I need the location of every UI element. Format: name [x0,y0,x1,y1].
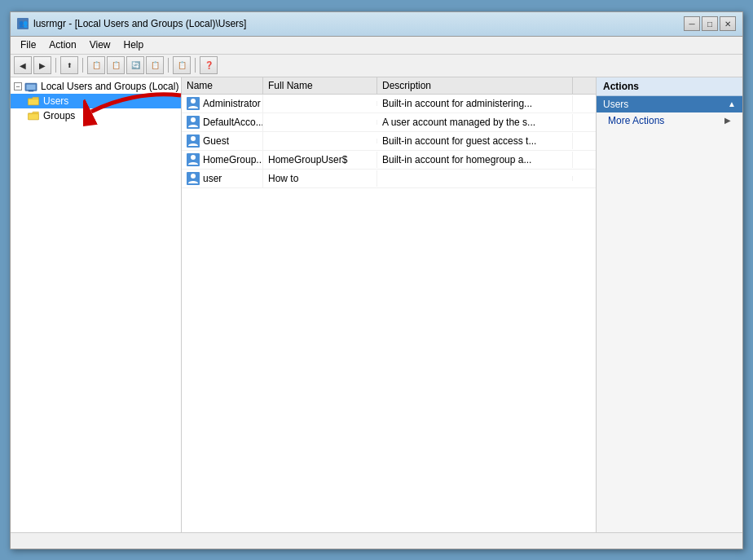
toolbar-show-hide-console[interactable]: 📋 [87,56,105,74]
table-row[interactable]: Guest Built-in account for guest access … [182,132,596,151]
user-icon [187,134,200,148]
col-header-name[interactable]: Name [182,77,263,94]
tree-root-label: Local Users and Groups (Local) [41,81,178,92]
actions-section-users[interactable]: Users ▲ [597,96,742,112]
svg-point-7 [191,99,196,104]
title-bar-left: 👥 lusrmgr - [Local Users and Groups (Loc… [17,18,246,29]
table-row[interactable]: Administrator Built-in account for admin… [182,95,596,113]
computer-icon [24,81,37,92]
user-name-cell: Administrator [182,95,263,112]
more-actions-item[interactable]: More Actions ▶ [597,112,742,129]
svg-rect-2 [26,84,35,89]
user-desc-cell: Built-in account for guest access t... [377,133,573,149]
toolbar-export[interactable]: 📋 [146,56,164,74]
folder-users-icon [27,95,40,107]
user-icon [187,172,200,185]
actions-section-label: Users [603,99,628,110]
menu-view[interactable]: View [83,37,117,52]
folder-groups-icon [27,110,40,121]
user-name-cell: Guest [182,132,263,150]
user-desc-cell: A user account managed by the s... [377,114,573,130]
user-desc-cell: Built-in account for administering... [377,95,573,112]
toolbar-separator-2 [82,58,83,73]
user-name-cell: user [182,170,263,187]
toolbar-back[interactable]: ◀ [14,56,32,74]
tree-expand-root[interactable]: − [14,82,22,90]
user-desc-cell: Built-in account for homegroup a... [377,152,573,168]
tree-root[interactable]: − Local Users and Groups (Local) [11,79,181,94]
user-name-cell: HomeGroup... [182,151,263,169]
user-icon [187,153,200,166]
window-title: lusrmgr - [Local Users and Groups (Local… [33,18,246,29]
table-row[interactable]: DefaultAcco... A user account managed by… [182,113,596,132]
window-controls: ─ □ ✕ [684,16,736,31]
tree-item-users-label: Users [43,95,68,107]
table-row[interactable]: user How to [182,170,596,188]
user-fullname-cell: HomeGroupUser$ [263,152,377,168]
user-fullname-cell: How to [263,170,377,187]
user-icon [187,116,200,129]
tree-item-groups[interactable]: Groups [11,108,181,123]
user-icon [187,97,200,110]
svg-point-9 [191,117,196,122]
col-header-description[interactable]: Description [377,77,573,94]
toolbar-help[interactable]: ❓ [200,56,218,74]
svg-point-11 [191,136,196,141]
svg-point-13 [191,155,196,160]
toolbar-up[interactable]: ⬆ [60,56,78,74]
toolbar-properties[interactable]: 📋 [173,56,191,74]
status-bar [11,532,742,549]
user-list-pane: Name Full Name Description Administrator [182,77,596,532]
user-name-cell: DefaultAcco... [182,113,263,131]
menu-help[interactable]: Help [117,37,151,52]
list-header: Name Full Name Description [182,77,596,95]
window-icon: 👥 [17,18,29,29]
title-bar: 👥 lusrmgr - [Local Users and Groups (Loc… [11,12,742,37]
table-row[interactable]: HomeGroup... HomeGroupUser$ Built-in acc… [182,151,596,170]
user-fullname-cell [263,139,377,143]
main-window: 👥 lusrmgr - [Local Users and Groups (Loc… [10,11,743,549]
user-fullname-cell [263,101,377,106]
actions-header: Actions [597,77,742,96]
maximize-button[interactable]: □ [702,16,718,31]
tree-item-users[interactable]: Users [11,94,181,108]
user-desc-cell [377,176,573,181]
toolbar-separator-3 [168,58,169,73]
svg-rect-4 [29,99,39,104]
menu-bar: File Action View Help [11,37,742,55]
svg-rect-3 [29,90,33,91]
actions-section-arrow: ▲ [728,99,736,108]
menu-file[interactable]: File [14,37,42,52]
toolbar-refresh[interactable]: 🔄 [126,56,144,74]
minimize-button[interactable]: ─ [684,16,700,31]
menu-action[interactable]: Action [42,37,82,52]
content-area: − Local Users and Groups (Local) Users [11,77,742,532]
tree-item-groups-label: Groups [43,110,75,121]
more-actions-label: More Actions [608,115,664,126]
toolbar-separator-1 [55,58,56,73]
toolbar-separator-4 [195,58,196,73]
svg-rect-5 [29,113,39,119]
toolbar-forward[interactable]: ▶ [33,56,51,74]
col-header-fullname[interactable]: Full Name [263,77,377,94]
toolbar-show-action[interactable]: 📋 [107,56,125,74]
actions-pane: Actions Users ▲ More Actions ▶ [596,77,742,532]
user-fullname-cell [263,120,377,125]
toolbar: ◀ ▶ ⬆ 📋 📋 🔄 📋 📋 ❓ [11,55,742,77]
close-button[interactable]: ✕ [720,16,736,31]
svg-point-15 [191,174,196,179]
more-actions-arrow: ▶ [724,116,731,125]
tree-pane: − Local Users and Groups (Local) Users [11,77,182,532]
